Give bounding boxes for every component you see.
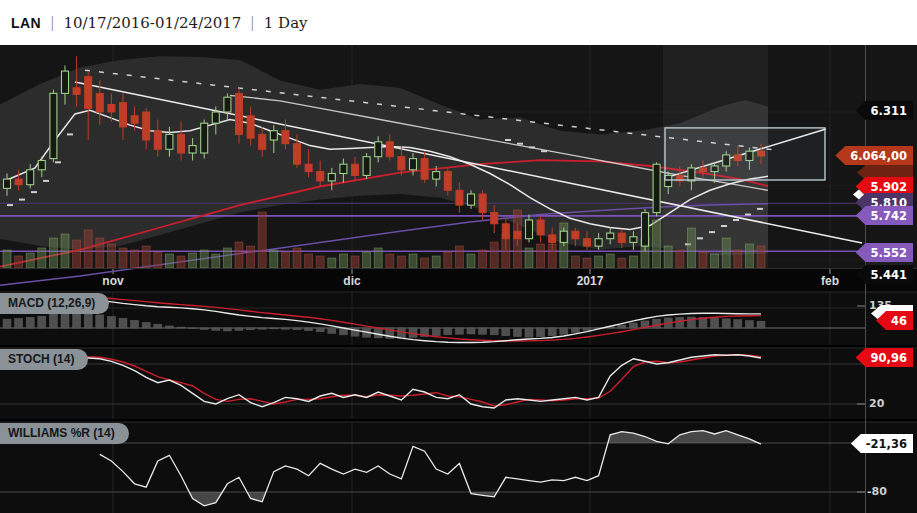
chart-header: LAN | 10/17/2016-01/24/2017 | 1 Day [0, 0, 917, 45]
williams-axis-tick: -80 [867, 485, 887, 498]
stoch-axis-tick: 20 [869, 397, 884, 410]
williams-indicator-label: WILLIAMS %R (14) [0, 423, 129, 444]
price-badge: 5.742 [856, 206, 913, 225]
interval-label: 1 Day [264, 14, 308, 32]
stoch-value-badge: 90,96 [856, 348, 913, 367]
header-divider: | [251, 13, 254, 33]
time-axis-label: nov [102, 274, 123, 288]
symbol-label: LAN [11, 15, 41, 31]
price-badge: 5.552 [856, 243, 913, 262]
stoch-indicator-label: STOCH (14) [0, 349, 88, 370]
price-badge: 5.441 [856, 265, 913, 284]
price-badge: 6.311 [856, 101, 913, 120]
date-range-label: 10/17/2016-01/24/2017 [63, 14, 241, 32]
price-badge: 6.064,00 [835, 146, 913, 165]
chart-canvas[interactable] [0, 45, 917, 513]
williams-value-badge: -21,36 [851, 434, 913, 453]
time-axis-label: feb [821, 274, 839, 288]
time-axis-label: 2017 [577, 274, 604, 288]
trading-chart-app: LAN | 10/17/2016-01/24/2017 | 1 Day MACD… [0, 0, 917, 513]
time-axis-label: dic [343, 274, 360, 288]
macd-indicator-label: MACD (12,26,9) [0, 293, 109, 314]
header-divider: | [51, 13, 54, 33]
